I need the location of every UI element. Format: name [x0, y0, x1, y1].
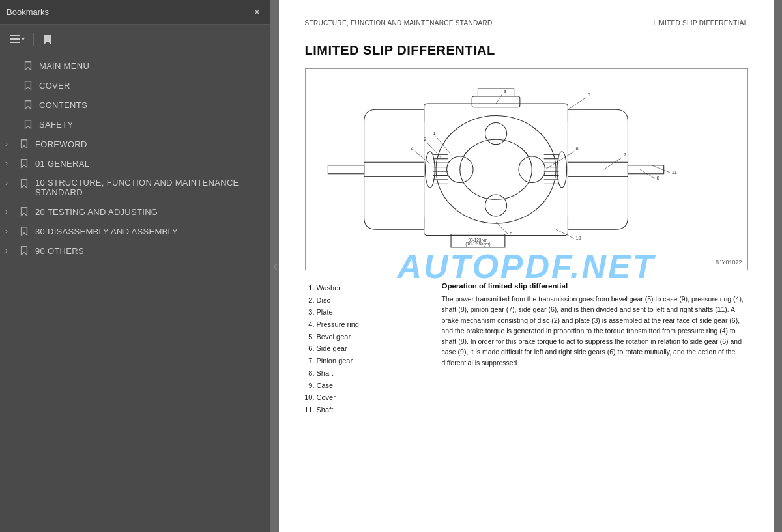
svg-line-48 [604, 158, 622, 169]
chevron-90-others: › [5, 246, 14, 255]
previous-page-arrow[interactable]: ‹ [270, 253, 280, 280]
sidebar-item-main-menu[interactable]: MAIN MENU [0, 56, 270, 76]
sidebar-item-30-disassembly[interactable]: › 30 DISASSEMBLY AND ASSEMBLY [0, 221, 270, 241]
sidebar-title: Bookmarks [7, 7, 49, 17]
sidebar-item-20-testing[interactable]: › 20 TESTING AND ADJUSTING [0, 202, 270, 221]
sidebar-item-foreword[interactable]: › FOREWORD [0, 134, 270, 154]
svg-point-5 [460, 139, 532, 199]
sidebar-item-label-10-structure: 10 STRUCTURE, FUNCTION AND MAINTENANCE S… [35, 178, 263, 197]
svg-rect-3 [424, 104, 568, 235]
svg-line-40 [496, 94, 502, 104]
list-item: Plate [317, 306, 422, 318]
diagram-svg: 98-123Nm (10-12.5kgm) 1 2 3 4 5 [316, 74, 736, 265]
sidebar-item-safety[interactable]: SAFETY [0, 115, 270, 134]
list-item: Cover [317, 391, 422, 404]
close-button[interactable]: × [251, 6, 263, 19]
bookmark-icon-01-general [20, 158, 30, 169]
svg-line-36 [436, 136, 451, 154]
svg-text:8: 8 [657, 175, 659, 181]
svg-line-56 [652, 165, 671, 173]
svg-line-44 [568, 98, 586, 109]
svg-line-52 [496, 222, 508, 234]
list-view-button[interactable]: ▾ [7, 32, 28, 46]
bookmark-icon-main-menu [23, 61, 34, 71]
svg-rect-0 [10, 35, 20, 36]
sidebar-item-label-20-testing: 20 TESTING AND ADJUSTING [35, 207, 158, 217]
svg-text:4: 4 [411, 146, 414, 152]
bookmark-icon-90-others [20, 245, 30, 256]
svg-text:7: 7 [624, 152, 626, 158]
list-item: Pinion gear [317, 355, 422, 367]
sidebar-item-label-30-disassembly: 30 DISASSEMBLY AND ASSEMBLY [35, 227, 178, 236]
page-header: STRUCTURE, FUNCTION AND MAINTENANCE STAN… [305, 20, 748, 31]
svg-text:2: 2 [424, 136, 427, 142]
svg-text:5: 5 [588, 92, 590, 98]
chevron-20-testing: › [5, 207, 14, 216]
svg-rect-32 [472, 96, 521, 107]
sidebar-item-contents[interactable]: CONTENTS [0, 95, 270, 115]
list-item: Disc [317, 294, 422, 307]
svg-point-14 [426, 151, 435, 187]
svg-rect-6 [364, 162, 424, 176]
sidebar-navigation: MAIN MENU COVER CONTENTS SAFETY [0, 53, 270, 532]
description-section: Operation of limited slip differential T… [442, 282, 748, 416]
bookmark-view-button[interactable] [39, 32, 56, 46]
document-title: LIMITED SLIP DIFFERENTIAL [305, 43, 748, 58]
bookmark-icon-foreword [20, 139, 30, 149]
sidebar-item-cover[interactable]: COVER [0, 76, 270, 95]
svg-line-54 [557, 229, 575, 238]
chevron-30-disassembly: › [5, 227, 14, 236]
svg-text:10: 10 [576, 235, 581, 241]
list-item: Side gear [317, 343, 422, 355]
sidebar-item-label-cover: COVER [39, 81, 70, 91]
sidebar-item-10-structure[interactable]: › 10 STRUCTURE, FUNCTION AND MAINTENANCE… [0, 173, 270, 202]
svg-text:6: 6 [576, 146, 579, 152]
content-columns: Washer Disc Plate Pressure ring Bevel ge… [305, 282, 748, 416]
parts-list-items: Washer Disc Plate Pressure ring Bevel ge… [305, 282, 422, 416]
dropdown-arrow: ▾ [22, 35, 25, 42]
content-area: ‹ STRUCTURE, FUNCTION AND MAINTENANCE ST… [270, 0, 782, 532]
page-header-left: STRUCTURE, FUNCTION AND MAINTENANCE STAN… [305, 20, 493, 27]
svg-rect-2 [10, 42, 20, 43]
svg-rect-1 [10, 38, 20, 40]
description-text: The power transmitted from the transmiss… [442, 294, 748, 368]
chevron-01-general: › [5, 159, 14, 168]
page-header-right: LIMITED SLIP DIFFERENTIAL [653, 20, 747, 27]
svg-point-4 [436, 115, 556, 223]
sidebar-item-90-others[interactable]: › 90 OTHERS [0, 241, 270, 260]
list-item: Shaft [317, 404, 422, 416]
sidebar-item-label-contents: CONTENTS [39, 100, 87, 110]
bookmark-icon-contents [23, 100, 34, 110]
svg-text:11: 11 [672, 169, 677, 175]
svg-point-11 [485, 195, 507, 216]
toolbar-divider [33, 33, 34, 46]
svg-rect-9 [628, 165, 664, 174]
bookmark-icon-safety [23, 119, 34, 130]
bookmark-icon [42, 34, 53, 44]
svg-rect-8 [568, 162, 628, 176]
bookmark-icon-cover [23, 80, 34, 91]
technical-diagram: 98-123Nm (10-12.5kgm) 1 2 3 4 5 [305, 68, 748, 270]
sidebar-item-label-safety: SAFETY [39, 120, 73, 130]
sidebar-item-label-01-general: 01 GENERAL [35, 159, 89, 169]
list-item: Case [317, 380, 422, 392]
sidebar-item-label-90-others: 90 OTHERS [35, 246, 84, 256]
list-item: Washer [317, 282, 422, 294]
list-item: Bevel gear [317, 331, 422, 343]
svg-text:9: 9 [510, 231, 513, 236]
svg-text:(10-12.5kgm): (10-12.5kgm) [466, 242, 491, 247]
parts-list: Washer Disc Plate Pressure ring Bevel ge… [305, 282, 422, 416]
diagram-code: 8JY01072 [716, 259, 742, 266]
list-item: Pressure ring [317, 318, 422, 331]
svg-point-10 [485, 122, 507, 144]
sidebar-item-label-main-menu: MAIN MENU [39, 61, 89, 71]
chevron-10-structure: › [5, 178, 14, 188]
svg-rect-7 [328, 165, 364, 174]
svg-text:3: 3 [504, 89, 506, 94]
list-item: Shaft [317, 367, 422, 380]
sidebar-toolbar: ▾ [0, 25, 270, 53]
svg-text:1: 1 [433, 130, 436, 136]
list-icon [10, 34, 20, 44]
sidebar-item-01-general[interactable]: › 01 GENERAL [0, 154, 270, 173]
sidebar-header: Bookmarks × [0, 0, 270, 25]
